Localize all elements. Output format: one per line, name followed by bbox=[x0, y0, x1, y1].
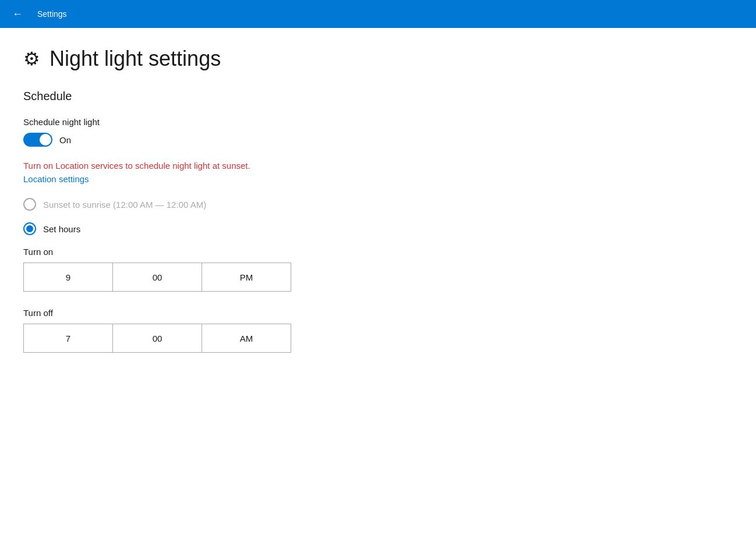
schedule-heading: Schedule bbox=[23, 90, 733, 103]
turn-on-ampm[interactable]: PM bbox=[202, 263, 291, 291]
sunset-radio-option[interactable]: Sunset to sunrise (12:00 AM — 12:00 AM) bbox=[23, 198, 733, 211]
turn-on-time-picker: 9 00 PM bbox=[23, 263, 291, 292]
turn-on-label: Turn on bbox=[23, 247, 733, 257]
back-arrow-icon: ← bbox=[12, 8, 23, 20]
header-bar: ← Settings bbox=[0, 0, 756, 28]
turn-on-hour[interactable]: 9 bbox=[24, 263, 113, 291]
back-button[interactable]: ← bbox=[7, 3, 28, 24]
page-title-row: ⚙ Night light settings bbox=[23, 47, 733, 71]
turn-off-hour[interactable]: 7 bbox=[24, 324, 113, 352]
schedule-toggle[interactable] bbox=[23, 133, 52, 147]
turn-off-ampm[interactable]: AM bbox=[202, 324, 291, 352]
schedule-night-light-label: Schedule night light bbox=[23, 117, 733, 127]
header-title: Settings bbox=[37, 9, 67, 19]
sunset-radio-button[interactable] bbox=[23, 198, 36, 211]
main-content: ⚙ Night light settings Schedule Schedule… bbox=[0, 28, 756, 546]
turn-off-label: Turn off bbox=[23, 308, 733, 318]
set-hours-radio-button[interactable] bbox=[23, 222, 36, 235]
turn-on-minute[interactable]: 00 bbox=[113, 263, 202, 291]
toggle-row: On bbox=[23, 133, 733, 147]
turn-off-time-picker: 7 00 AM bbox=[23, 324, 291, 353]
location-settings-link[interactable]: Location settings bbox=[23, 174, 733, 184]
toggle-state-label: On bbox=[59, 135, 71, 145]
gear-icon: ⚙ bbox=[23, 48, 40, 70]
location-warning-text: Turn on Location services to schedule ni… bbox=[23, 161, 733, 171]
sunset-radio-label: Sunset to sunrise (12:00 AM — 12:00 AM) bbox=[43, 200, 206, 210]
page-title: Night light settings bbox=[50, 47, 221, 71]
set-hours-radio-label: Set hours bbox=[43, 224, 80, 234]
set-hours-radio-option[interactable]: Set hours bbox=[23, 222, 733, 235]
turn-off-minute[interactable]: 00 bbox=[113, 324, 202, 352]
